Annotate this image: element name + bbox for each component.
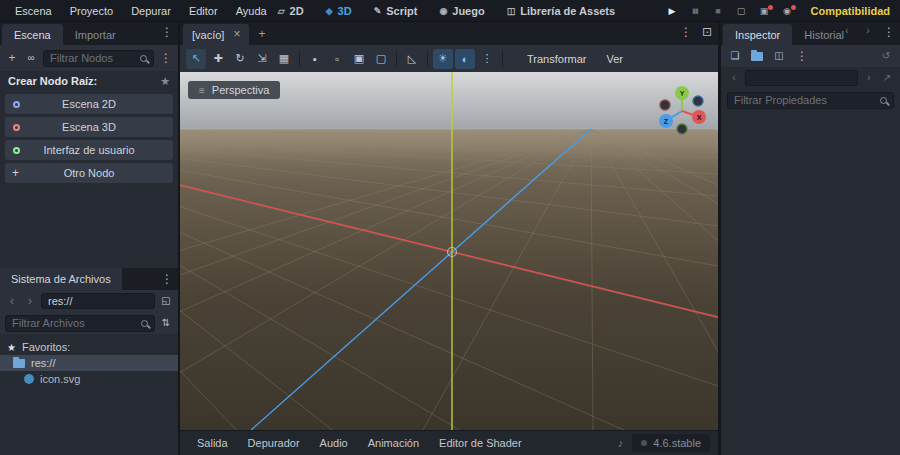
select-tool[interactable]: ↖ <box>186 49 206 69</box>
workspace-script[interactable]: ✎Script <box>364 3 428 19</box>
workspace-3d[interactable]: ◆3D <box>316 3 362 19</box>
axis-gizmo[interactable]: Y X Z <box>656 84 710 138</box>
instance-scene-button[interactable]: ∞ <box>24 53 38 63</box>
movie-maker-button[interactable]: ◉ <box>778 6 797 16</box>
group-button[interactable]: ▣ <box>349 49 369 69</box>
menu-escena[interactable]: Escena <box>6 2 61 20</box>
preview-sun-button[interactable]: ☀ <box>433 49 453 69</box>
search-icon <box>140 55 147 62</box>
tree-item-res-root[interactable]: res:// <box>0 355 178 371</box>
left-dock: Escena Importar ⋮ + ∞ ⋮ Crear Nodo Raíz:… <box>0 22 180 455</box>
bottom-tab-shader-editor[interactable]: Editor de Shader <box>430 433 531 453</box>
filter-properties-input[interactable] <box>734 94 875 106</box>
expand-object-icon[interactable]: ↗ <box>880 73 894 83</box>
load-resource-button[interactable] <box>751 52 763 61</box>
filter-nodes-input[interactable] <box>50 52 135 64</box>
filesystem-tab[interactable]: Sistema de Archivos <box>0 268 122 290</box>
edit-history-icon[interactable]: ↺ <box>879 51 893 61</box>
scene-tabs-menu-icon[interactable]: ⋮ <box>679 26 693 38</box>
perspective-button[interactable]: ≡ Perspectiva <box>188 81 280 99</box>
workspace-assetlib[interactable]: ◫Librería de Assets <box>497 3 625 19</box>
preview-menu-icon[interactable]: ⋮ <box>477 49 497 69</box>
rotate-tool[interactable]: ↻ <box>230 49 250 69</box>
stop-button[interactable]: ■ <box>709 6 728 16</box>
embed-game-button[interactable]: ▣ <box>755 6 774 16</box>
back-icon[interactable]: ‹ <box>5 295 19 307</box>
plus-icon: + <box>12 166 19 180</box>
filesystem-menu-icon[interactable]: ⋮ <box>160 273 174 285</box>
main-menus: Escena Proyecto Depurar Editor Ayuda <box>0 2 276 20</box>
bottom-tab-salida[interactable]: Salida <box>188 433 237 453</box>
object-back-icon[interactable]: ‹ <box>727 73 741 83</box>
scale-tool[interactable]: ⇲ <box>252 49 272 69</box>
gizmo-neg-z-ball[interactable] <box>693 96 703 106</box>
new-resource-button[interactable]: ❏ <box>728 51 742 61</box>
tab-inspector[interactable]: Inspector <box>723 24 792 45</box>
resource-extra-menu-icon[interactable]: ⋮ <box>795 50 809 62</box>
tab-importar[interactable]: Importar <box>63 24 128 45</box>
filter-files-box <box>5 315 155 332</box>
menu-depurar[interactable]: Depurar <box>122 2 180 20</box>
split-view-icon[interactable]: ◱ <box>159 296 173 306</box>
game-view-button[interactable]: ▢ <box>732 6 751 16</box>
pause-button[interactable]: ▮▮ <box>686 7 705 15</box>
bottom-tab-depurador[interactable]: Depurador <box>239 433 309 453</box>
transform-menu[interactable]: Transformar <box>518 49 596 69</box>
create-other-node-button[interactable]: + Otro Nodo <box>5 163 173 183</box>
tree-item-icon-svg[interactable]: icon.svg <box>0 371 178 387</box>
forward-icon[interactable]: › <box>23 295 37 307</box>
scene-tab-empty[interactable]: [vacío] × <box>183 24 249 45</box>
filter-properties-box <box>727 92 894 109</box>
workspace-game[interactable]: ◉Juego <box>429 3 494 19</box>
filesystem-dock: Sistema de Archivos ⋮ ‹ › ◱ ⇅ <box>0 268 178 455</box>
add-node-button[interactable]: + <box>5 52 19 64</box>
gizmo-neg-y-ball[interactable] <box>677 124 687 134</box>
history-forward-icon[interactable]: › <box>861 26 875 38</box>
notifications-icon[interactable]: ♪ <box>618 437 624 449</box>
close-tab-icon[interactable]: × <box>233 30 240 40</box>
object-name-input[interactable] <box>746 71 857 85</box>
preview-environment-button[interactable]: ◐ <box>455 49 475 69</box>
unlock-button[interactable]: ▫ <box>327 49 347 69</box>
assetlib-icon: ◫ <box>507 6 516 16</box>
object-forward-icon[interactable]: › <box>862 73 876 83</box>
save-resource-button[interactable]: ◫ <box>772 51 786 61</box>
list-select-tool[interactable]: ▦ <box>274 49 294 69</box>
create-ui-button[interactable]: Interfaz de usuario <box>5 140 173 160</box>
history-back-icon[interactable]: ‹ <box>840 26 854 38</box>
move-tool[interactable]: ✚ <box>208 49 228 69</box>
inspector-filter-row <box>721 89 900 111</box>
menu-editor[interactable]: Editor <box>180 2 227 20</box>
bottom-panel-bar: Salida Depurador Audio Animación Editor … <box>180 430 718 455</box>
ruler-tool[interactable]: ◺ <box>402 49 422 69</box>
filter-files-input[interactable] <box>12 317 136 329</box>
favorites-star-icon[interactable]: ★ <box>160 75 170 88</box>
inspector-dock: Inspector Historial ‹ › ⋮ ❏ ◫ ⋮ ↺ ‹ › ↗ <box>720 22 900 455</box>
version-badge[interactable]: 4.6.stable <box>632 434 710 452</box>
ungroup-button[interactable]: ▢ <box>371 49 391 69</box>
path-input[interactable] <box>48 295 148 307</box>
bottom-tab-animacion[interactable]: Animación <box>359 433 428 453</box>
3d-viewport[interactable]: ≡ Perspectiva Y X Z <box>180 72 718 430</box>
distraction-free-icon[interactable]: ⊡ <box>700 26 714 38</box>
scene-toolbar-menu-icon[interactable]: ⋮ <box>159 52 173 64</box>
workspace-2d[interactable]: ▱2D <box>268 3 314 19</box>
create-scene-2d-button[interactable]: Escena 2D <box>5 94 173 114</box>
godot-editor-window: Escena Proyecto Depurar Editor Ayuda ▱2D… <box>0 0 900 455</box>
lock-button[interactable]: ▪ <box>305 49 325 69</box>
embed-badge <box>768 5 773 10</box>
new-scene-tab-button[interactable]: + <box>249 23 274 45</box>
gizmo-neg-x-ball[interactable] <box>660 100 670 110</box>
scene-dock-menu-icon[interactable]: ⋮ <box>160 26 174 38</box>
play-button[interactable]: ▶ <box>663 6 682 16</box>
view-menu[interactable]: Ver <box>598 49 633 69</box>
renderer-dropdown[interactable]: Compatibilidad <box>811 5 890 17</box>
create-scene-3d-button[interactable]: Escena 3D <box>5 117 173 137</box>
script-icon: ✎ <box>374 6 382 16</box>
3d-icon: ◆ <box>326 6 333 16</box>
menu-proyecto[interactable]: Proyecto <box>61 2 122 20</box>
sort-files-icon[interactable]: ⇅ <box>159 318 173 328</box>
bottom-tab-audio[interactable]: Audio <box>311 433 357 453</box>
tab-escena[interactable]: Escena <box>2 24 63 45</box>
inspector-dock-menu-icon[interactable]: ⋮ <box>882 26 896 38</box>
